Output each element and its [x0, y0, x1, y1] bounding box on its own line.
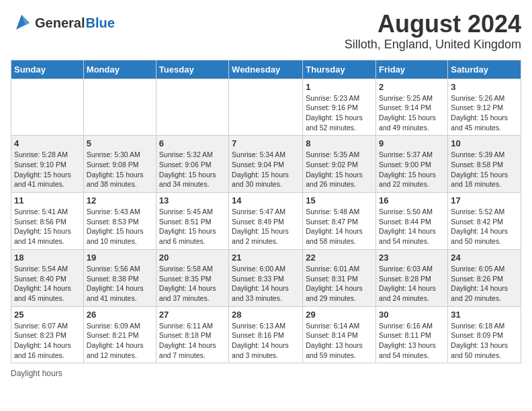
day-info: Sunrise: 6:16 AM Sunset: 8:11 PM Dayligh… [379, 321, 445, 361]
calendar-day-cell: 7Sunrise: 5:34 AM Sunset: 9:04 PM Daylig… [229, 136, 303, 193]
calendar-day-cell: 18Sunrise: 5:54 AM Sunset: 8:40 PM Dayli… [11, 249, 84, 306]
day-number: 24 [451, 253, 518, 263]
day-info: Sunrise: 5:58 AM Sunset: 8:35 PM Dayligh… [159, 264, 226, 304]
title-area: August 2024 Silloth, England, United Kin… [345, 11, 521, 52]
day-number: 18 [14, 253, 81, 263]
calendar-day-cell: 15Sunrise: 5:48 AM Sunset: 8:47 PM Dayli… [303, 193, 376, 250]
day-number: 10 [451, 138, 518, 148]
calendar-day-cell: 17Sunrise: 5:52 AM Sunset: 8:42 PM Dayli… [448, 193, 521, 250]
calendar-table: SundayMondayTuesdayWednesdayThursdayFrid… [11, 60, 521, 364]
day-info: Sunrise: 5:26 AM Sunset: 9:12 PM Dayligh… [451, 93, 518, 133]
day-info: Sunrise: 5:30 AM Sunset: 9:08 PM Dayligh… [87, 150, 153, 189]
page-subtitle: Silloth, England, United Kingdom [345, 38, 521, 52]
day-info: Sunrise: 6:05 AM Sunset: 8:26 PM Dayligh… [451, 264, 518, 304]
calendar-day-cell: 16Sunrise: 5:50 AM Sunset: 8:44 PM Dayli… [376, 193, 448, 250]
logo-blue: Blue [85, 15, 114, 31]
calendar-day-header: Saturday [448, 60, 521, 79]
calendar-day-cell: 11Sunrise: 5:41 AM Sunset: 8:56 PM Dayli… [11, 193, 84, 250]
calendar-day-cell: 1Sunrise: 5:23 AM Sunset: 9:16 PM Daylig… [303, 79, 376, 136]
calendar-day-cell: 3Sunrise: 5:26 AM Sunset: 9:12 PM Daylig… [448, 79, 521, 136]
day-info: Sunrise: 5:56 AM Sunset: 8:38 PM Dayligh… [87, 264, 153, 304]
calendar-day-cell: 10Sunrise: 5:39 AM Sunset: 8:58 PM Dayli… [448, 136, 521, 193]
day-number: 9 [379, 138, 445, 148]
calendar-week-row: 4Sunrise: 5:28 AM Sunset: 9:10 PM Daylig… [11, 136, 521, 193]
calendar-day-header: Tuesday [156, 60, 228, 79]
page-title: August 2024 [345, 11, 521, 38]
day-info: Sunrise: 5:37 AM Sunset: 9:00 PM Dayligh… [379, 150, 445, 189]
day-number: 13 [159, 195, 226, 205]
day-number: 26 [87, 310, 153, 320]
day-info: Sunrise: 6:09 AM Sunset: 8:21 PM Dayligh… [87, 321, 153, 361]
day-number: 30 [379, 310, 445, 320]
day-number: 21 [232, 253, 300, 263]
day-info: Sunrise: 6:13 AM Sunset: 8:16 PM Dayligh… [232, 321, 300, 361]
calendar-day-cell: 23Sunrise: 6:03 AM Sunset: 8:28 PM Dayli… [376, 249, 448, 306]
calendar-day-header: Wednesday [229, 60, 303, 79]
day-number: 1 [306, 82, 373, 92]
daylight-label: Daylight hours [11, 369, 62, 378]
day-info: Sunrise: 5:52 AM Sunset: 8:42 PM Dayligh… [451, 207, 518, 246]
day-info: Sunrise: 5:47 AM Sunset: 8:49 PM Dayligh… [232, 207, 300, 246]
calendar-day-cell: 22Sunrise: 6:01 AM Sunset: 8:31 PM Dayli… [303, 249, 376, 306]
calendar-day-cell: 26Sunrise: 6:09 AM Sunset: 8:21 PM Dayli… [83, 306, 156, 363]
calendar-day-cell: 30Sunrise: 6:16 AM Sunset: 8:11 PM Dayli… [376, 306, 448, 363]
day-info: Sunrise: 5:41 AM Sunset: 8:56 PM Dayligh… [14, 207, 81, 246]
calendar-day-cell: 13Sunrise: 5:45 AM Sunset: 8:51 PM Dayli… [156, 193, 228, 250]
day-info: Sunrise: 5:35 AM Sunset: 9:02 PM Dayligh… [306, 150, 373, 189]
day-number: 5 [87, 138, 153, 148]
day-info: Sunrise: 6:11 AM Sunset: 8:18 PM Dayligh… [159, 321, 226, 361]
calendar-day-cell: 29Sunrise: 6:14 AM Sunset: 8:14 PM Dayli… [303, 306, 376, 363]
day-number: 27 [159, 310, 226, 320]
calendar-day-cell: 5Sunrise: 5:30 AM Sunset: 9:08 PM Daylig… [83, 136, 156, 193]
calendar-day-cell: 2Sunrise: 5:25 AM Sunset: 9:14 PM Daylig… [376, 79, 448, 136]
calendar-day-cell [11, 79, 84, 136]
day-number: 31 [451, 310, 518, 320]
calendar-day-cell: 14Sunrise: 5:47 AM Sunset: 8:49 PM Dayli… [229, 193, 303, 250]
calendar-day-cell: 25Sunrise: 6:07 AM Sunset: 8:23 PM Dayli… [11, 306, 84, 363]
day-number: 8 [306, 138, 373, 148]
day-number: 15 [306, 195, 373, 205]
calendar-body: 1Sunrise: 5:23 AM Sunset: 9:16 PM Daylig… [11, 79, 521, 363]
calendar-day-cell: 31Sunrise: 6:18 AM Sunset: 8:09 PM Dayli… [448, 306, 521, 363]
day-number: 4 [14, 138, 81, 148]
calendar-day-cell: 4Sunrise: 5:28 AM Sunset: 9:10 PM Daylig… [11, 136, 84, 193]
day-number: 12 [87, 195, 153, 205]
calendar-day-cell: 6Sunrise: 5:32 AM Sunset: 9:06 PM Daylig… [156, 136, 228, 193]
day-number: 22 [306, 253, 373, 263]
day-info: Sunrise: 5:34 AM Sunset: 9:04 PM Dayligh… [232, 150, 300, 189]
calendar-day-cell: 21Sunrise: 6:00 AM Sunset: 8:33 PM Dayli… [229, 249, 303, 306]
day-info: Sunrise: 5:25 AM Sunset: 9:14 PM Dayligh… [379, 93, 445, 133]
day-info: Sunrise: 6:00 AM Sunset: 8:33 PM Dayligh… [232, 264, 300, 304]
day-number: 19 [87, 253, 153, 263]
calendar-day-header: Sunday [11, 60, 84, 79]
calendar-week-row: 11Sunrise: 5:41 AM Sunset: 8:56 PM Dayli… [11, 193, 521, 250]
calendar-day-cell [156, 79, 228, 136]
calendar-day-cell: 9Sunrise: 5:37 AM Sunset: 9:00 PM Daylig… [376, 136, 448, 193]
calendar-day-cell: 27Sunrise: 6:11 AM Sunset: 8:18 PM Dayli… [156, 306, 228, 363]
day-number: 2 [379, 82, 445, 92]
day-number: 28 [232, 310, 300, 320]
day-info: Sunrise: 5:54 AM Sunset: 8:40 PM Dayligh… [14, 264, 81, 304]
footer: Daylight hours [11, 369, 521, 378]
day-number: 3 [451, 82, 518, 92]
day-info: Sunrise: 6:18 AM Sunset: 8:09 PM Dayligh… [451, 321, 518, 361]
day-info: Sunrise: 5:43 AM Sunset: 8:53 PM Dayligh… [87, 207, 153, 246]
calendar-day-header: Friday [376, 60, 448, 79]
day-info: Sunrise: 5:45 AM Sunset: 8:51 PM Dayligh… [159, 207, 226, 246]
day-number: 7 [232, 138, 300, 148]
day-info: Sunrise: 5:39 AM Sunset: 8:58 PM Dayligh… [451, 150, 518, 189]
calendar-day-cell [229, 79, 303, 136]
logo-icon [11, 11, 32, 32]
day-number: 23 [379, 253, 445, 263]
day-number: 6 [159, 138, 226, 148]
day-info: Sunrise: 6:03 AM Sunset: 8:28 PM Dayligh… [379, 264, 445, 304]
day-info: Sunrise: 5:32 AM Sunset: 9:06 PM Dayligh… [159, 150, 226, 189]
calendar-day-cell: 28Sunrise: 6:13 AM Sunset: 8:16 PM Dayli… [229, 306, 303, 363]
calendar-day-cell: 24Sunrise: 6:05 AM Sunset: 8:26 PM Dayli… [448, 249, 521, 306]
day-number: 20 [159, 253, 226, 263]
calendar-day-cell: 20Sunrise: 5:58 AM Sunset: 8:35 PM Dayli… [156, 249, 228, 306]
calendar-day-header: Monday [83, 60, 156, 79]
day-number: 29 [306, 310, 373, 320]
calendar-week-row: 25Sunrise: 6:07 AM Sunset: 8:23 PM Dayli… [11, 306, 521, 363]
calendar-day-header: Thursday [303, 60, 376, 79]
